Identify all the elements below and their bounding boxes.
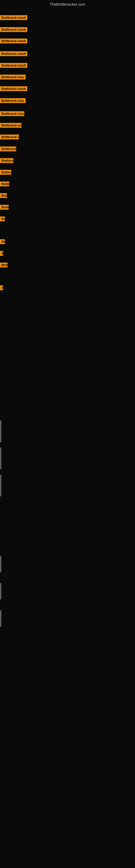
site-title: TheBottlenecker.com: [0, 0, 135, 8]
bottleneck-result-badge[interactable]: Bottleneck result: [0, 63, 27, 68]
bottleneck-badge-row: Bottleneck resu: [0, 111, 24, 117]
bottleneck-badge-row: Bottleneck result: [0, 15, 27, 21]
bottleneck-result-badge[interactable]: Bottlene: [0, 205, 9, 210]
bottleneck-badge-row: Bottl: [0, 262, 8, 269]
bottleneck-badge-row: Bottleneck res: [0, 147, 16, 152]
bottleneck-badge-row: Bo: [0, 216, 5, 222]
bottleneck-badge-row: Bottleneck resu: [0, 123, 21, 129]
vertical-line: [1, 447, 1, 469]
bottleneck-result-badge[interactable]: Bottleneck result: [0, 86, 27, 91]
bottleneck-result-badge[interactable]: Bottleneck resu: [0, 98, 26, 103]
bottleneck-result-badge[interactable]: Bottleneck resu: [0, 111, 24, 116]
bottleneck-badge-row: Bottleneck resu: [0, 74, 26, 81]
bottleneck-result-badge[interactable]: Bo: [0, 216, 5, 221]
bottleneck-result-badge[interactable]: Bottleneck res: [0, 158, 13, 163]
bottleneck-badge-row: B: [0, 285, 3, 291]
bottleneck-badge-row: Bottleneck result: [0, 27, 27, 33]
bottleneck-badge-row: Bottlenec: [0, 182, 9, 187]
bottleneck-result-badge[interactable]: Bottleneck re: [0, 170, 11, 175]
bottleneck-badge-row: Bottleneck res: [0, 158, 13, 164]
vertical-line: [1, 421, 1, 442]
bottleneck-result-badge[interactable]: Bottleneck resu: [0, 123, 21, 128]
bottleneck-result-badge[interactable]: Bottl: [0, 262, 8, 268]
bottleneck-badge-row: Bo: [0, 239, 5, 245]
bottleneck-badge-row: Bottleneck re: [0, 170, 11, 176]
bottleneck-result-badge[interactable]: Bottleneck result: [0, 27, 27, 32]
bottleneck-result-badge[interactable]: Bottleneck resu: [0, 74, 26, 80]
bottleneck-result-badge[interactable]: B: [0, 285, 3, 290]
bottleneck-result-badge[interactable]: Bottleneck result: [0, 38, 27, 43]
bottleneck-badge-row: Bottlene: [0, 205, 9, 211]
bottleneck-result-badge[interactable]: Bottleneck result: [0, 51, 27, 56]
bottleneck-result-badge[interactable]: Bottlenec: [0, 182, 9, 186]
bottleneck-badge-row: Bottleneck result: [0, 86, 27, 92]
bottleneck-badge-row: B: [0, 251, 3, 257]
bottleneck-badge-row: Bottleneck result: [0, 38, 27, 44]
bottleneck-badge-row: Bottleneck result: [0, 63, 27, 69]
vertical-line: [1, 610, 1, 627]
bottleneck-result-badge[interactable]: Bottleneck result: [0, 15, 27, 20]
bottleneck-result-badge[interactable]: Bott: [0, 193, 7, 198]
bottleneck-result-badge[interactable]: Bo: [0, 239, 5, 244]
bottleneck-badge-row: Bottleneck resu: [0, 98, 26, 104]
vertical-line: [1, 556, 1, 572]
bottleneck-badge-row: Bott: [0, 193, 7, 199]
vertical-line: [1, 583, 1, 599]
bottleneck-result-badge[interactable]: Bottleneck resu: [0, 134, 19, 140]
bottleneck-result-badge[interactable]: Bottleneck res: [0, 147, 16, 151]
vertical-line: [1, 475, 1, 496]
bottleneck-badge-row: Bottleneck resu: [0, 134, 19, 141]
bottleneck-result-badge[interactable]: B: [0, 251, 3, 256]
bottleneck-badge-row: Bottleneck result: [0, 51, 27, 57]
